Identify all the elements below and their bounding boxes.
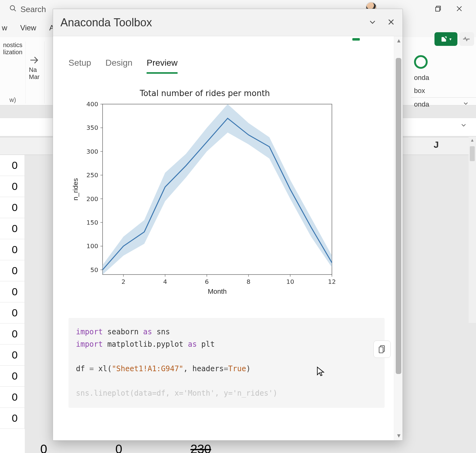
svg-text:4: 4 bbox=[163, 278, 167, 285]
code-literal: True bbox=[228, 364, 246, 373]
svg-rect-3 bbox=[436, 7, 440, 11]
svg-text:100: 100 bbox=[86, 242, 98, 250]
anaconda-toolbox-pane: Anaconda Toolbox Setup Design Preview To… bbox=[53, 9, 403, 441]
pane-scrollbar[interactable]: ▲ ▼ bbox=[394, 36, 403, 440]
scroll-up-icon[interactable]: ▲ bbox=[470, 138, 475, 143]
cell[interactable]: 0 bbox=[0, 239, 25, 260]
ribbon-tab-view[interactable]: View bbox=[18, 22, 38, 33]
code-string: "Sheet1!A1:G947" bbox=[112, 364, 183, 373]
spreadsheet-cells: 0 0 0 0 0 0 0 0 0 0 0 0 0 bbox=[0, 155, 25, 453]
svg-text:n_rides: n_rides bbox=[72, 178, 79, 200]
svg-rect-40 bbox=[379, 347, 383, 353]
code-text: ) bbox=[246, 364, 250, 373]
cell[interactable]: 0 bbox=[0, 323, 25, 345]
scrollbar-thumb[interactable] bbox=[396, 58, 401, 374]
svg-text:8: 8 bbox=[247, 278, 251, 285]
code-text: xl( bbox=[98, 364, 112, 373]
cell[interactable]: 0 bbox=[0, 218, 25, 239]
cell: 230 bbox=[191, 442, 211, 453]
code-text: seaborn bbox=[107, 328, 139, 336]
cell[interactable]: 0 bbox=[0, 260, 25, 281]
tab-preview[interactable]: Preview bbox=[147, 58, 178, 74]
scrollbar-thumb[interactable] bbox=[470, 146, 475, 161]
code-text: df bbox=[76, 364, 85, 373]
code-op: = bbox=[224, 364, 228, 373]
cell[interactable]: 0 bbox=[0, 366, 25, 387]
chevron-down-icon[interactable] bbox=[462, 100, 469, 109]
ribbon-group: nostics lization w) bbox=[0, 42, 26, 103]
cell[interactable]: 0 bbox=[0, 387, 25, 408]
scroll-up-icon[interactable]: ▲ bbox=[396, 37, 402, 44]
code-text: sns bbox=[156, 328, 170, 336]
collapse-pane-icon[interactable] bbox=[368, 18, 377, 27]
tab-design[interactable]: Design bbox=[105, 58, 132, 74]
svg-text:200: 200 bbox=[86, 195, 98, 203]
scroll-down-icon[interactable]: ▼ bbox=[396, 433, 402, 439]
search-icon bbox=[9, 5, 17, 14]
cell: 0 bbox=[115, 442, 122, 453]
code-text: headers bbox=[192, 364, 224, 373]
vertical-scrollbar[interactable]: ▲ bbox=[469, 137, 476, 323]
ribbon-group: Na Mar bbox=[26, 42, 45, 103]
code-keyword: import bbox=[76, 328, 103, 336]
chevron-down-icon[interactable] bbox=[460, 121, 467, 130]
activity-button[interactable] bbox=[459, 32, 474, 46]
code-partial: sns.lineplot(data=df, x='Month', y='n_ri… bbox=[76, 389, 277, 398]
ribbon-label: Na bbox=[29, 66, 37, 73]
svg-text:400: 400 bbox=[86, 101, 98, 108]
svg-text:300: 300 bbox=[86, 148, 98, 155]
svg-text:12: 12 bbox=[328, 278, 336, 285]
cell[interactable]: 0 bbox=[0, 281, 25, 302]
cell[interactable]: 0 bbox=[0, 345, 25, 366]
cell[interactable]: 0 bbox=[0, 155, 25, 176]
search-placeholder: Search bbox=[20, 5, 46, 14]
svg-text:350: 350 bbox=[86, 124, 98, 131]
svg-text:6: 6 bbox=[205, 278, 209, 285]
code-text: matplotlib.pyplot bbox=[107, 340, 183, 349]
svg-line-1 bbox=[14, 9, 16, 11]
svg-text:250: 250 bbox=[86, 171, 98, 179]
ribbon-label: w) bbox=[10, 96, 16, 103]
close-window-icon[interactable] bbox=[455, 4, 464, 13]
progress-indicator bbox=[352, 38, 360, 41]
cell[interactable]: 0 bbox=[0, 302, 25, 323]
cell[interactable]: 0 bbox=[0, 176, 25, 197]
cell[interactable]: 0 bbox=[0, 408, 25, 429]
anaconda-ring-icon bbox=[414, 55, 428, 69]
cell: 0 bbox=[40, 442, 47, 453]
label: onda bbox=[414, 100, 429, 108]
svg-point-0 bbox=[10, 6, 15, 10]
column-header-j[interactable]: J bbox=[434, 139, 439, 150]
code-text: plt bbox=[201, 340, 215, 349]
ribbon-label: nostics bbox=[3, 42, 22, 49]
code-keyword: as bbox=[188, 340, 197, 349]
label: onda bbox=[414, 74, 429, 82]
label: box bbox=[414, 87, 425, 95]
pane-tabs: Setup Design Preview bbox=[68, 58, 385, 74]
svg-text:2: 2 bbox=[121, 278, 126, 285]
ribbon-label: Mar bbox=[29, 73, 39, 81]
copy-code-button[interactable] bbox=[373, 341, 391, 358]
code-text: , bbox=[183, 364, 192, 373]
code-op: = bbox=[89, 364, 94, 373]
line-chart: 5010015020025030035040024681012Monthn_ri… bbox=[68, 101, 341, 299]
svg-text:150: 150 bbox=[86, 219, 98, 226]
svg-text:10: 10 bbox=[286, 278, 294, 285]
restore-window-icon[interactable] bbox=[434, 4, 443, 13]
code-block: import seaborn as sns import matplotlib.… bbox=[68, 318, 385, 408]
bottom-row-fragment: 0 0 230 bbox=[40, 442, 211, 453]
close-pane-icon[interactable] bbox=[387, 18, 395, 27]
window-controls bbox=[421, 0, 476, 17]
ribbon-label: lization bbox=[3, 49, 22, 56]
search-box[interactable]: Search bbox=[9, 5, 46, 14]
share-button[interactable]: ▾ bbox=[434, 32, 457, 46]
chart-preview: Total number of rides per month 50100150… bbox=[68, 89, 341, 299]
cell[interactable]: 0 bbox=[0, 197, 25, 218]
chart-title: Total number of rides per month bbox=[68, 89, 341, 98]
ribbon-tab[interactable]: w bbox=[0, 22, 9, 33]
svg-text:50: 50 bbox=[90, 266, 98, 274]
code-keyword: as bbox=[143, 328, 152, 336]
pane-title: Anaconda Toolbox bbox=[60, 16, 152, 29]
tab-setup[interactable]: Setup bbox=[68, 58, 91, 74]
pane-titlebar: Anaconda Toolbox bbox=[53, 9, 403, 36]
